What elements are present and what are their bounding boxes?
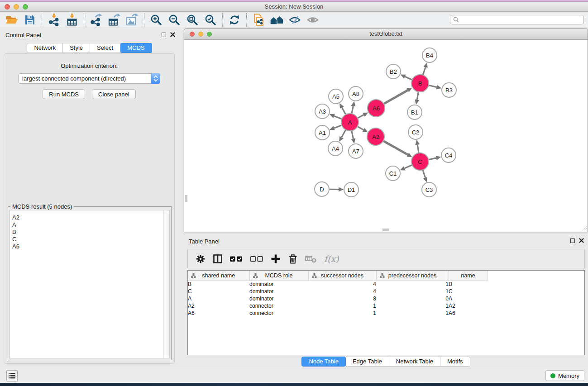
graph-edge-A-A1[interactable]	[334, 125, 341, 128]
table-cell[interactable]: 8	[308, 295, 376, 302]
table-row[interactable]: Cdominator41C	[188, 288, 584, 295]
network-canvas[interactable]: AA1A2A3A4A5A6A7A8BB1B2B3B4CC1C2C3C4DD1	[184, 40, 588, 232]
table-row[interactable]: A2connector11A2	[188, 302, 584, 310]
tab-network[interactable]: Network	[27, 43, 63, 53]
table-cell[interactable]: A	[449, 295, 488, 302]
run-mcds-button[interactable]: Run MCDS	[43, 89, 85, 99]
column-header-shared-name[interactable]: shared name	[188, 271, 249, 281]
function-builder-button[interactable]: f(x)	[323, 254, 339, 264]
table-row[interactable]: Adominator80A	[188, 295, 584, 302]
network-minimize-button[interactable]	[198, 32, 203, 37]
graph-edge-B-B3[interactable]	[429, 86, 436, 87]
toggle-columns-button[interactable]	[211, 252, 224, 266]
tab-select[interactable]: Select	[90, 43, 120, 53]
select-all-button[interactable]	[228, 252, 244, 266]
resize-grip-icon[interactable]	[581, 225, 587, 231]
result-scrollbar[interactable]	[163, 210, 169, 358]
zoom-fit-button[interactable]	[183, 13, 201, 27]
table-cell[interactable]: dominator	[249, 288, 308, 295]
graph-edge-A-A5[interactable]	[342, 108, 345, 114]
table-cell[interactable]: A6	[188, 310, 249, 317]
search-field[interactable]	[450, 15, 584, 24]
table-cell[interactable]: connector	[249, 302, 308, 310]
table-cell[interactable]: 4	[308, 288, 376, 295]
graph-edge-B-B2[interactable]	[405, 76, 412, 80]
float-panel-icon[interactable]	[162, 33, 166, 37]
close-window-button[interactable]	[5, 4, 10, 10]
table-cell[interactable]: B	[188, 281, 249, 288]
canvas-vscroll-thumb[interactable]	[185, 195, 187, 202]
tab-motifs[interactable]: Motifs	[440, 357, 470, 367]
graph-edge-C-C3[interactable]	[423, 170, 425, 177]
network-window-titlebar[interactable]: testGlobe.txt	[184, 29, 588, 40]
save-session-button[interactable]	[21, 13, 39, 27]
close-panel-icon[interactable]	[170, 32, 175, 37]
close-panel-button[interactable]: Close panel	[92, 89, 136, 99]
result-item[interactable]: A6	[12, 243, 169, 250]
graph-edge-A-A6[interactable]	[358, 115, 364, 118]
table-cell[interactable]: C	[188, 288, 249, 295]
column-header-predecessor-nodes[interactable]: predecessor nodes	[376, 271, 449, 281]
memory-button[interactable]: Memory	[545, 370, 584, 381]
table-cell[interactable]: A6	[449, 310, 488, 317]
task-history-button[interactable]	[6, 370, 18, 381]
refresh-view-button[interactable]	[225, 13, 244, 27]
column-header-MCDS-role[interactable]: MCDS role	[249, 271, 308, 281]
open-session-button[interactable]	[3, 13, 21, 27]
graph-edge-C-C2[interactable]	[417, 145, 419, 153]
style-preview-button[interactable]	[286, 13, 304, 27]
graph-edge-A-A7[interactable]	[352, 131, 353, 139]
zoom-selected-button[interactable]	[201, 13, 220, 27]
table-cell[interactable]: connector	[249, 310, 308, 317]
graph-edge-A-A4[interactable]	[342, 130, 346, 138]
graph-edge-A-A3[interactable]	[334, 116, 341, 119]
graph-edge-C-C4[interactable]	[429, 158, 436, 160]
tab-mcds[interactable]: MCDS	[120, 43, 152, 53]
network-close-button[interactable]	[190, 32, 195, 37]
table-row[interactable]: A6connector11A6	[188, 310, 584, 317]
export-network-button[interactable]	[87, 13, 105, 27]
first-neighbors-button[interactable]	[268, 13, 286, 27]
zoom-in-button[interactable]	[147, 13, 165, 27]
table-cell[interactable]: dominator	[249, 295, 308, 302]
table-cell[interactable]: dominator	[249, 281, 308, 288]
add-button[interactable]	[269, 252, 282, 266]
table-cell[interactable]: 1	[376, 310, 449, 317]
result-item[interactable]: A2	[12, 214, 169, 221]
criterion-select[interactable]: largest connected component (directed)	[18, 73, 160, 84]
table-cell[interactable]: A	[188, 295, 249, 302]
tab-style[interactable]: Style	[63, 43, 90, 53]
table-cell[interactable]: C	[449, 288, 488, 295]
import-network-button[interactable]	[45, 13, 63, 27]
new-network-from-selection-button[interactable]	[249, 13, 268, 27]
float-table-panel-icon[interactable]	[570, 238, 575, 243]
graph-edge-C-C1[interactable]	[405, 165, 412, 168]
table-cell[interactable]: A2	[188, 302, 249, 310]
graph-edge-B-B1[interactable]	[417, 92, 418, 100]
table-cell[interactable]: 1	[376, 281, 449, 288]
canvas-hscroll-thumb[interactable]	[382, 229, 389, 231]
table-cell[interactable]: 1	[308, 302, 376, 310]
table-cell[interactable]: B	[449, 281, 488, 288]
result-item[interactable]: B	[12, 229, 169, 236]
column-header-successor-nodes[interactable]: successor nodes	[308, 271, 376, 281]
show-hide-button[interactable]	[304, 13, 322, 27]
table-cell[interactable]: 1	[376, 288, 449, 295]
minimize-window-button[interactable]	[14, 4, 19, 10]
graph-edge-B-B4[interactable]	[423, 67, 425, 75]
table-settings-button[interactable]	[194, 252, 207, 266]
zoom-out-button[interactable]	[165, 13, 183, 27]
zoom-window-button[interactable]	[23, 4, 28, 10]
tab-network-table[interactable]: Network Table	[389, 357, 440, 367]
graph-edge-A2-C[interactable]	[383, 141, 408, 155]
column-header-name[interactable]: name	[449, 271, 488, 281]
export-image-button[interactable]	[123, 13, 141, 27]
import-table-button[interactable]	[63, 13, 81, 27]
result-item[interactable]: C	[12, 236, 169, 243]
table-row[interactable]: Bdominator41B	[188, 281, 584, 288]
graph-edge-A-A2[interactable]	[358, 127, 363, 130]
deselect-all-button[interactable]	[249, 252, 265, 266]
table-cell[interactable]: 0	[376, 295, 449, 302]
table-cell[interactable]: 4	[308, 281, 376, 288]
graph-edge-A-A8[interactable]	[352, 106, 353, 113]
